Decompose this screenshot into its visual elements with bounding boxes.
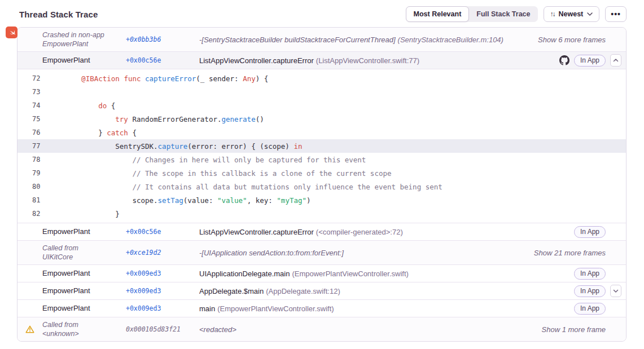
in-app-badge: In App [574, 268, 606, 280]
frame-address[interactable]: +0x00c56e [126, 56, 199, 64]
sort-newest-button[interactable]: ↑↓ Newest [544, 6, 600, 22]
frame-address[interactable]: +0x0bb3b6 [126, 36, 199, 43]
code-text: try RandomErrorGenerator.generate() [64, 115, 264, 123]
chevron-slot [610, 246, 621, 259]
in-app-badge: In App [574, 285, 606, 297]
code-text: // The scope in this callback is a clone… [64, 169, 392, 178]
frame-function: ListAppViewController.captureError(<comp… [199, 228, 574, 236]
frame-file-ref[interactable]: (AppDelegate.swift:12) [266, 287, 340, 295]
code-line-highlighted: 77 SentrySDK.capture(error: error) { (sc… [17, 139, 626, 153]
code-text: } [64, 210, 120, 218]
code-line: 78 // Changes in here will only be captu… [17, 153, 626, 166]
frame-address[interactable]: +0x009ed3 [126, 304, 199, 312]
page-title: Thread Stack Trace [19, 10, 98, 19]
frame-meta: In App [574, 285, 621, 297]
code-line: 79 // The scope in this callback is a cl… [17, 166, 626, 180]
header-controls: Most Relevant Full Stack Trace ↑↓ Newest… [406, 6, 627, 22]
frame-module: EmpowerPlant [42, 227, 126, 237]
frame-function: AppDelegate.$main(AppDelegate.swift:12) [199, 287, 574, 295]
more-options-button[interactable]: ••• [605, 6, 627, 22]
line-number: 78 [32, 156, 46, 164]
frame-function: -[SentryStacktraceBuilder buildStacktrac… [199, 36, 538, 44]
tab-most-relevant[interactable]: Most Relevant [406, 6, 470, 22]
frame-function: ListAppViewController.captureError(ListA… [199, 56, 559, 65]
stack-frame-row[interactable]: Crashed in non-appEmpowerPlant+0x0bb3b6-… [17, 28, 626, 51]
frame-file-ref[interactable]: (ListAppViewController.swift:77) [316, 56, 419, 65]
line-number: 72 [32, 74, 46, 82]
frame-address[interactable]: +0xce19d2 [126, 249, 199, 257]
line-number: 76 [32, 129, 46, 136]
in-app-badge: In App [574, 303, 606, 315]
code-line: 75 try RandomErrorGenerator.generate() [17, 112, 626, 126]
code-text: scope.setTag(value: "value", key: "myTag… [64, 196, 311, 205]
github-icon[interactable] [559, 55, 569, 65]
panel-header: Thread Stack Trace Most Relevant Full St… [19, 6, 627, 23]
chevron-slot [610, 267, 621, 280]
frame-function: -[UIApplication sendAction:to:from:forEv… [199, 249, 534, 257]
line-number: 77 [32, 142, 46, 150]
frame-module: Called fromUIKitCore [42, 244, 126, 262]
expand-frame-button[interactable] [610, 285, 621, 297]
stack-frame-row[interactable]: EmpowerPlant+0x009ed3AppDelegate.$main(A… [17, 282, 626, 299]
ellipsis-icon: ••• [611, 10, 621, 18]
chevron-slot [610, 285, 621, 297]
chevron-down-icon [587, 12, 593, 16]
line-number: 80 [32, 183, 46, 191]
frame-address[interactable]: +0x009ed3 [126, 287, 199, 295]
code-text: } catch { [64, 129, 137, 137]
sort-icon: ↑↓ [550, 10, 555, 18]
frame-meta: In App [574, 302, 621, 315]
code-line: 72 @IBAction func captureError(_ sender:… [17, 72, 626, 85]
code-line: 81 scope.setTag(value: "value", key: "my… [17, 193, 626, 207]
code-line: 73 [17, 85, 626, 99]
view-segmented-control: Most Relevant Full Stack Trace [406, 6, 538, 22]
show-more-frames-link[interactable]: Show 1 more frame [542, 325, 606, 334]
show-more-frames-link[interactable]: Show 21 more frames [534, 249, 606, 257]
frame-module: EmpowerPlant [42, 286, 126, 296]
frame-file-ref[interactable]: (EmpowerPlantViewController.swift) [292, 270, 408, 278]
line-number: 81 [32, 196, 46, 204]
stack-frame-row[interactable]: Called from<unknown>0x000105d83f21<redac… [17, 317, 626, 341]
frame-module: EmpowerPlant [42, 269, 126, 279]
stack-frame-row[interactable]: Called fromUIKitCore+0xce19d2-[UIApplica… [17, 240, 626, 264]
tab-full-stack-trace[interactable]: Full Stack Trace [469, 6, 537, 22]
in-app-badge: In App [574, 55, 606, 67]
stack-frame-row[interactable]: EmpowerPlant+0x009ed3main(EmpowerPlantVi… [17, 299, 626, 317]
code-line: 82 } [17, 207, 626, 220]
frame-meta: Show 21 more frames [534, 246, 621, 259]
frame-function: <redacted> [199, 325, 542, 334]
frame-module: Called from<unknown> [42, 320, 126, 338]
frame-meta: In App [574, 267, 621, 280]
code-text: // Changes in here will only be captured… [64, 156, 366, 164]
source-code-block: 72 @IBAction func captureError(_ sender:… [17, 69, 626, 223]
stack-frame-row[interactable]: EmpowerPlant+0x009ed3UIApplicationDelega… [17, 264, 626, 282]
stack-frame-row[interactable]: EmpowerPlant+0x00c56eListAppViewControll… [17, 51, 626, 69]
stack-trace-panel: Crashed in non-appEmpowerPlant+0x0bb3b6-… [17, 27, 627, 342]
code-text: SentrySDK.capture(error: error) { (scope… [64, 142, 302, 151]
code-text: do { [64, 101, 115, 110]
frame-function: main(EmpowerPlantViewController.swift) [199, 304, 574, 313]
line-number: 73 [32, 88, 46, 96]
frame-file-ref[interactable]: (<compiler-generated>:72) [316, 228, 403, 236]
frame-file-ref[interactable]: (SentryStacktraceBuilder.m:104) [398, 36, 503, 44]
chevron-slot [610, 302, 621, 315]
frame-meta: Show 6 more frames [538, 33, 621, 46]
stack-frame-row[interactable]: EmpowerPlant+0x00c56eListAppViewControll… [17, 223, 626, 240]
code-text: // It contains all data but mutations on… [64, 183, 443, 191]
show-more-frames-link[interactable]: Show 6 more frames [538, 36, 606, 44]
chevron-slot [610, 54, 621, 67]
collapse-frame-button[interactable] [610, 54, 621, 67]
frame-address[interactable]: +0x009ed3 [126, 270, 199, 277]
sort-label: Newest [559, 10, 584, 18]
chevron-slot [610, 33, 621, 46]
line-number: 75 [32, 115, 46, 123]
frame-module: EmpowerPlant [42, 304, 126, 313]
frame-address[interactable]: +0x00c56e [126, 228, 199, 236]
code-line: 76 } catch { [17, 126, 626, 139]
frame-meta: In App [559, 54, 621, 67]
in-app-badge: In App [574, 226, 606, 238]
line-number: 74 [32, 101, 46, 109]
frame-module: Crashed in non-appEmpowerPlant [42, 30, 126, 48]
frame-file-ref[interactable]: (EmpowerPlantViewController.swift) [217, 304, 334, 313]
chevron-slot [610, 323, 621, 335]
